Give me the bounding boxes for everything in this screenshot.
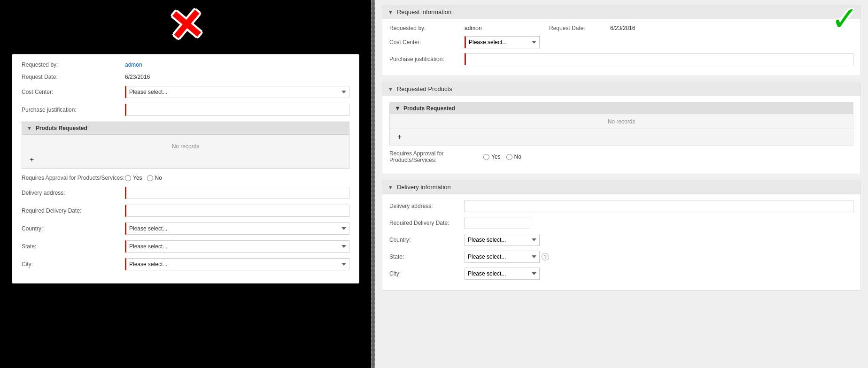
- left-purchase-justification-input[interactable]: [125, 104, 349, 116]
- left-delivery-address-label: Delivery address:: [22, 190, 125, 196]
- right-inner-products-header[interactable]: ▼ Produts Requested: [390, 102, 853, 114]
- request-info-title: Request information: [397, 8, 451, 15]
- panel-divider: [371, 0, 375, 368]
- left-country-select[interactable]: Please select...: [125, 222, 349, 235]
- request-info-accordion-header[interactable]: ▼ Request information: [382, 5, 860, 19]
- right-country-select[interactable]: Please select...: [465, 234, 540, 246]
- delivery-info-title: Delivery information: [397, 184, 451, 191]
- left-yes-label: Yes: [133, 175, 142, 181]
- left-city-row: City: Please select...: [22, 258, 349, 270]
- left-request-date-row: Request Date: 6/23/2016: [22, 74, 349, 80]
- right-no-records: No records: [608, 114, 636, 130]
- delivery-info-accordion: ▼ Delivery information Delivery address:…: [382, 180, 861, 291]
- left-requires-approval-row: Requires Approval for Products/Services:…: [22, 175, 349, 181]
- right-yes-label: Yes: [491, 153, 501, 160]
- right-requires-approval-label: Requires Approval for Products/Services:: [389, 150, 483, 163]
- left-purchase-justification-row: Purchase justification:: [22, 104, 349, 116]
- left-requested-by-row: Requested by: admon: [22, 61, 349, 68]
- left-requested-by-value: admon: [125, 61, 349, 68]
- right-requested-by-value: admon: [465, 25, 521, 31]
- left-country-label: Country:: [22, 225, 125, 232]
- right-delivery-address-row: Delivery address:: [389, 200, 853, 212]
- left-cost-center-row: Cost Center: Please select...: [22, 86, 349, 98]
- requested-products-accordion: ▼ Requested Products ▼ Produts Requested…: [382, 82, 861, 174]
- left-state-row: State: Please select...: [22, 240, 349, 253]
- requested-products-chevron-icon: ▼: [388, 86, 393, 92]
- right-inner-products-title: Produts Requested: [403, 105, 455, 112]
- right-purchase-justification-row: Purchase justification:: [389, 53, 853, 65]
- right-add-product-button[interactable]: +: [395, 132, 404, 142]
- right-request-date-label: Request Date:: [549, 25, 610, 31]
- left-requires-approval-label: Requires Approval for Products/Services:: [22, 175, 125, 181]
- left-delivery-address-row: Delivery address:: [22, 187, 349, 199]
- right-state-row: State: Please select... ?: [389, 251, 853, 263]
- right-delivery-date-row: Required Delivery Date:: [389, 217, 853, 229]
- requested-products-header[interactable]: ▼ Requested Products: [382, 82, 860, 96]
- left-add-product-button[interactable]: +: [27, 154, 37, 165]
- left-delivery-address-input[interactable]: [125, 187, 349, 199]
- right-inner-chevron-icon: ▼: [395, 105, 401, 112]
- right-state-label: State:: [389, 253, 465, 260]
- right-city-label: City:: [389, 270, 465, 277]
- left-requested-by-label: Requested by:: [22, 61, 125, 68]
- left-request-date-label: Request Date:: [22, 74, 125, 80]
- right-products-inner-section: ▼ Produts Requested No records +: [389, 102, 853, 146]
- x-mark-icon: ✕: [166, 3, 205, 48]
- left-products-title: Produts Requested: [36, 125, 87, 131]
- left-no-records: No records: [27, 138, 344, 154]
- left-city-select[interactable]: Please select...: [125, 258, 349, 270]
- right-country-row: Country: Please select...: [389, 234, 853, 246]
- right-inner-products-body: No records: [390, 114, 853, 129]
- requested-products-title: Requested Products: [397, 85, 452, 92]
- left-products-header[interactable]: ▼ Produts Requested: [22, 122, 349, 135]
- left-delivery-date-row: Required Delivery Date:: [22, 205, 349, 217]
- right-city-select[interactable]: Please select...: [465, 268, 540, 280]
- left-yes-radio-label[interactable]: Yes: [125, 175, 142, 181]
- request-info-accordion: ▼ Request information Requested by: admo…: [382, 5, 861, 76]
- left-state-label: State:: [22, 243, 125, 250]
- delivery-info-header[interactable]: ▼ Delivery information: [382, 180, 860, 194]
- right-no-label: No: [514, 153, 521, 160]
- right-cost-center-row: Cost Center: Please select...: [389, 36, 853, 48]
- right-yes-radio[interactable]: [483, 154, 489, 160]
- right-country-label: Country:: [389, 237, 465, 243]
- right-requested-by-label: Requested by:: [389, 25, 465, 31]
- delivery-info-chevron-icon: ▼: [388, 184, 393, 190]
- right-delivery-address-input[interactable]: [465, 200, 853, 212]
- left-cost-center-label: Cost Center:: [22, 89, 125, 95]
- right-purchase-justification-input[interactable]: [465, 53, 853, 65]
- right-delivery-date-input[interactable]: [465, 217, 530, 229]
- right-requires-approval-group: Yes No: [483, 153, 521, 160]
- right-add-product-container: +: [390, 129, 853, 145]
- left-cost-center-select[interactable]: Please select...: [125, 86, 349, 98]
- left-country-row: Country: Please select...: [22, 222, 349, 235]
- right-no-radio-label[interactable]: No: [506, 153, 521, 160]
- requested-products-body: ▼ Produts Requested No records + Require…: [382, 96, 860, 174]
- right-delivery-address-label: Delivery address:: [389, 203, 465, 209]
- right-panel: ✓ ▼ Request information Requested by: ad…: [375, 0, 868, 368]
- right-requires-approval-row: Requires Approval for Products/Services:…: [389, 150, 853, 163]
- left-delivery-date-input[interactable]: [125, 205, 349, 217]
- right-state-select[interactable]: Please select...: [465, 251, 540, 263]
- left-delivery-date-label: Required Delivery Date:: [22, 207, 125, 214]
- right-city-row: City: Please select...: [389, 268, 853, 280]
- left-city-label: City:: [22, 261, 125, 268]
- left-no-radio-label[interactable]: No: [147, 175, 162, 181]
- right-requested-by-row: Requested by: admon Request Date: 6/23/2…: [389, 25, 853, 31]
- right-cost-center-select[interactable]: Please select...: [465, 36, 540, 48]
- check-mark-icon: ✓: [831, 2, 859, 35]
- left-state-select[interactable]: Please select...: [125, 240, 349, 253]
- left-form-card: Requested by: admon Request Date: 6/23/2…: [12, 54, 359, 284]
- left-panel: ✕ Requested by: admon Request Date: 6/23…: [0, 0, 371, 368]
- delivery-info-body: Delivery address: Required Delivery Date…: [382, 194, 860, 290]
- request-info-body: Requested by: admon Request Date: 6/23/2…: [382, 19, 860, 76]
- state-help-icon[interactable]: ?: [542, 253, 549, 261]
- right-yes-radio-label[interactable]: Yes: [483, 153, 501, 160]
- right-no-radio[interactable]: [506, 154, 512, 160]
- left-yes-radio[interactable]: [125, 175, 131, 181]
- right-request-date-value: 6/23/2016: [610, 25, 635, 31]
- left-no-radio[interactable]: [147, 175, 153, 181]
- left-no-label: No: [155, 175, 162, 181]
- left-request-date-value: 6/23/2016: [125, 74, 349, 80]
- left-products-body: No records +: [22, 135, 349, 169]
